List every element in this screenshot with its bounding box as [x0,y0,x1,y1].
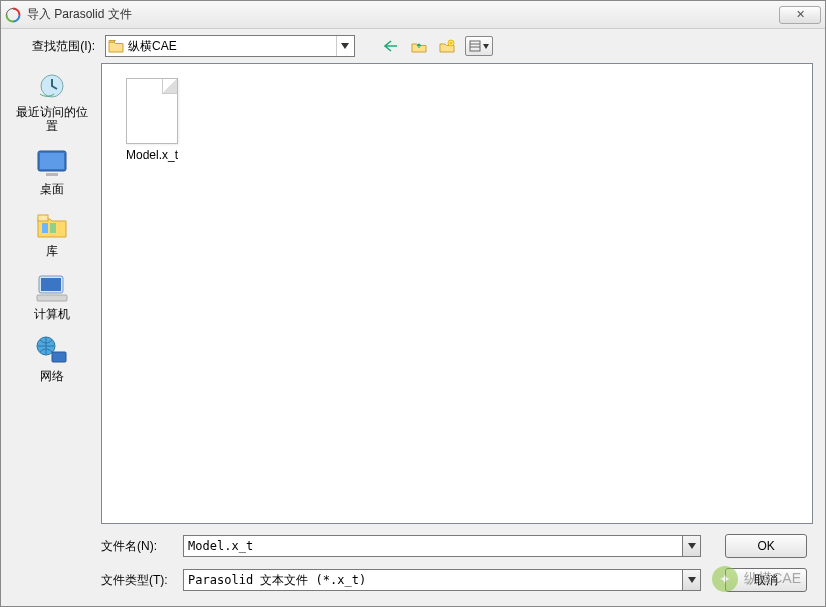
svg-rect-13 [41,278,61,291]
filetype-dropdown[interactable] [683,569,701,591]
place-desktop[interactable]: 桌面 [12,146,92,196]
desktop-icon [33,146,71,180]
back-icon[interactable] [381,36,401,56]
place-desktop-label: 桌面 [40,182,64,196]
svg-rect-2 [470,41,480,51]
place-library[interactable]: 库 [12,208,92,258]
place-computer[interactable]: 计算机 [12,271,92,321]
recent-icon [33,69,71,103]
library-icon [33,208,71,242]
filename-dropdown[interactable] [683,535,701,557]
close-button[interactable]: ✕ [779,6,821,24]
look-in-dropdown[interactable] [336,36,352,56]
filename-row: 文件名(N): OK [101,534,807,558]
window-title: 导入 Parasolid 文件 [27,6,779,23]
nav-icons [381,36,493,56]
filetype-label: 文件类型(T): [101,572,177,589]
place-network[interactable]: 网络 [12,333,92,383]
place-library-label: 库 [46,244,58,258]
look-in-value: 纵横CAE [128,38,336,55]
app-icon [5,7,21,23]
place-recent-label: 最近访问的位置 [12,105,92,134]
filename-label: 文件名(N): [101,538,177,555]
place-computer-label: 计算机 [34,307,70,321]
footer: 文件名(N): OK 文件类型(T): 取消 ✦ 纵横CAE [1,528,825,606]
svg-rect-16 [52,352,66,362]
view-menu-button[interactable] [465,36,493,56]
filetype-combo[interactable] [183,569,701,591]
file-name: Model.x_t [126,148,178,162]
places-bar: 最近访问的位置 桌面 库 计算机 [5,63,99,528]
dialog-window: 导入 Parasolid 文件 ✕ 查找范围(I): 纵横CAE [0,0,826,607]
file-item[interactable]: Model.x_t [112,74,192,166]
place-network-label: 网络 [40,369,64,383]
svg-rect-7 [40,153,64,169]
body: 最近访问的位置 桌面 库 计算机 [1,63,825,528]
filename-input[interactable] [183,535,683,557]
folder-icon [108,39,124,53]
filetype-row: 文件类型(T): 取消 [101,568,807,592]
svg-rect-9 [38,215,48,221]
look-in-label: 查找范围(I): [21,38,99,55]
svg-rect-10 [42,223,48,233]
new-folder-icon[interactable] [437,36,457,56]
svg-rect-8 [46,173,58,176]
ok-button[interactable]: OK [725,534,807,558]
filetype-input[interactable] [183,569,683,591]
file-list[interactable]: Model.x_t [101,63,813,524]
look-in-combo[interactable]: 纵横CAE [105,35,355,57]
svg-rect-14 [37,295,67,301]
look-in-row: 查找范围(I): 纵横CAE [1,29,825,63]
document-icon [126,78,178,144]
up-one-level-icon[interactable] [409,36,429,56]
place-recent[interactable]: 最近访问的位置 [12,69,92,134]
close-icon: ✕ [796,8,805,21]
cancel-button[interactable]: 取消 [725,568,807,592]
computer-icon [33,271,71,305]
filename-combo[interactable] [183,535,701,557]
title-bar: 导入 Parasolid 文件 ✕ [1,1,825,29]
network-icon [33,333,71,367]
svg-rect-11 [50,223,56,233]
